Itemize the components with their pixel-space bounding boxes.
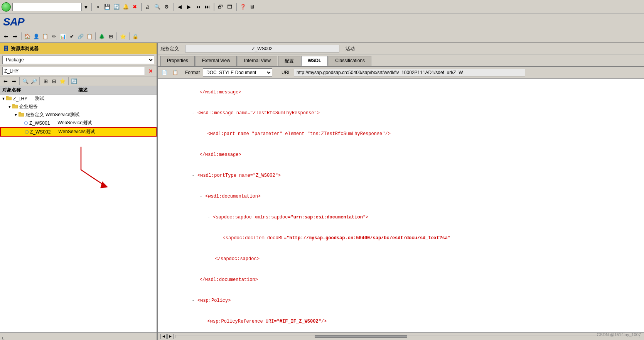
search-close-icon[interactable]: ✕: [147, 67, 154, 75]
scroll-right-btn[interactable]: ▶: [167, 334, 174, 339]
nav-tree-icon[interactable]: 🌲: [98, 32, 106, 40]
nav-table-icon[interactable]: 📊: [59, 32, 67, 40]
tree-search-icon[interactable]: 🔍: [22, 77, 29, 85]
nav-user-icon[interactable]: 👤: [32, 32, 40, 40]
horizontal-scrollbar[interactable]: [175, 335, 639, 338]
toolbar-cancel-icon[interactable]: ✖: [131, 3, 139, 11]
left-bottom-bar: ⌞: [0, 332, 157, 340]
nav-fav-icon[interactable]: ⭐: [119, 32, 127, 40]
tree-content: ▼ Z_LHY 测试 ▼ 企业服务 ▼ 服务定: [0, 95, 157, 332]
separator-1: [91, 3, 92, 11]
tree-label-zws002: Z_WS002: [30, 129, 51, 135]
xml-line-2: - <wsdl:message name="ZTestRfcSumLhyResp…: [170, 103, 639, 123]
tree-item-servicedef[interactable]: ▼ 服务定义 WebService测试: [0, 111, 157, 119]
tab-classifications[interactable]: Classifications: [329, 56, 371, 66]
url-value: http://mysap.goodsap.cn:50400/sap/bc/srt…: [294, 69, 525, 76]
top-toolbar: ▼ « 💾 🔄 🔔 ✖ 🖨 🔍 ⚙ ◀ ▶ ⏮ ⏭ 🗗 🗖 ❓ 🖥: [0, 0, 644, 14]
tree-desc-zws001: WebService测试: [57, 120, 91, 126]
tree-desc-zws002: WebServices测试: [58, 129, 94, 135]
xml-line-12: <wsp:PolicyReference URI="#IF_IF_Z_WS002…: [185, 311, 639, 332]
tree-item-zws002[interactable]: ▶ ⬡ Z_WS002 WebServices测试: [0, 127, 157, 137]
svg-rect-1: [6, 96, 8, 97]
xml-line-4: </wsdl:message>: [177, 144, 639, 165]
nav-sep-1: [21, 32, 22, 40]
toolbar-monitor-icon[interactable]: 🖥: [248, 3, 256, 11]
tab-wsdl[interactable]: WSDL: [301, 56, 328, 66]
toolbar-alert-icon[interactable]: 🔔: [122, 3, 130, 11]
toolbar-save-icon[interactable]: 💾: [103, 3, 111, 11]
toolbar-print-icon[interactable]: 🖨: [144, 3, 152, 11]
xml-line-5: - <wsdl:portType name="Z_WS002">: [170, 165, 639, 186]
tabs-bar: Properties External View Internal View 配…: [157, 54, 644, 67]
service-name-value: Z_WS002: [185, 45, 339, 52]
nav-check-icon[interactable]: ✔: [68, 32, 76, 40]
toolbar-settings-icon[interactable]: ⚙: [163, 3, 170, 11]
left-icon-bar: ⬅ ➡ 🔍 🔎 ⊞ ⊟ ⭐ 🔄: [0, 76, 157, 86]
scroll-controls: ◀ ▶: [160, 334, 174, 339]
nav-expand-icon[interactable]: ⊞: [107, 32, 115, 40]
tree-collapse-all-icon[interactable]: ⊟: [50, 77, 58, 85]
nav-forward-icon[interactable]: ➡: [11, 32, 19, 40]
nav-home-icon[interactable]: 🏠: [24, 32, 31, 40]
nav-lock-icon[interactable]: 🔒: [131, 32, 139, 40]
tab-external-view[interactable]: External View: [196, 56, 237, 66]
nav-copy-icon[interactable]: 📋: [41, 32, 49, 40]
panel-resize-handle[interactable]: [157, 43, 158, 340]
package-select[interactable]: Package: [2, 56, 154, 64]
tree-desc-servicedef: WebService测试: [46, 112, 79, 118]
tab-config[interactable]: 配置: [278, 56, 300, 66]
tree-fav-icon[interactable]: ⭐: [59, 77, 66, 85]
tree-refresh-icon[interactable]: 🔄: [70, 77, 78, 85]
nav-back-icon[interactable]: ⬅: [2, 32, 10, 40]
tree-find-icon[interactable]: 🔎: [30, 77, 38, 85]
scrollbar-thumb[interactable]: [315, 335, 407, 338]
format-bar: 📄 📋 Format DOC_STYLE Document URL http:/…: [157, 67, 644, 79]
toolbar-nav4-icon[interactable]: ⏭: [204, 3, 211, 11]
tree-nav-forward-icon[interactable]: ➡: [10, 77, 18, 85]
separator-4: [214, 3, 214, 11]
wsdl-icon-1[interactable]: 📄: [160, 69, 168, 76]
nav-list-icon[interactable]: 📋: [86, 32, 93, 40]
sap-logo: SAP: [3, 16, 24, 28]
tree-nav-back-icon[interactable]: ⬅: [2, 77, 9, 85]
tree-item-zws001[interactable]: ▶ ⬡ Z_WS001 WebService测试: [0, 119, 157, 127]
repository-browser-header: 🗄 资源库浏览器: [0, 43, 157, 54]
tree-expand-all-icon[interactable]: ⊞: [42, 77, 49, 85]
package-bar: Package: [0, 54, 157, 66]
file-icon-zws001: ⬡: [24, 120, 28, 126]
xml-line-10: </wsdl:documentation>: [177, 269, 639, 290]
nav-toolbar: ⬅ ➡ 🏠 👤 📋 ✏ 📊 ✔ 🔗 📋 🌲 ⊞ ⭐ 🔒: [0, 30, 644, 43]
tree-item-enterprise[interactable]: ▼ 企业服务: [0, 103, 157, 111]
toolbar-nav2-icon[interactable]: ▶: [185, 3, 193, 11]
nav-edit-icon[interactable]: ✏: [50, 32, 58, 40]
command-input[interactable]: [12, 3, 82, 11]
nav-connect-icon[interactable]: 🔗: [77, 32, 84, 40]
toolbar-help-icon[interactable]: ❓: [239, 3, 247, 11]
url-label: URL: [282, 70, 291, 75]
toolbar-nav3-icon[interactable]: ⏮: [194, 3, 202, 11]
tab-properties[interactable]: Properties: [160, 56, 195, 66]
toolbar-refresh-icon[interactable]: 🔄: [113, 3, 120, 11]
tree-sep-2: [39, 77, 40, 85]
wsdl-icon-2[interactable]: 📋: [171, 69, 179, 76]
separator-2: [141, 3, 142, 11]
search-input[interactable]: [2, 67, 145, 75]
folder-icon-zlhy: [6, 96, 12, 101]
right-panel: 服务定义 Z_WS002 活动 Properties External View…: [157, 43, 644, 340]
format-select[interactable]: DOC_STYLE Document: [203, 68, 272, 77]
tree-sep-3: [68, 77, 69, 85]
dropdown-arrow[interactable]: ▼: [83, 4, 89, 10]
tab-internal-view[interactable]: Internal View: [238, 56, 277, 66]
toolbar-find-icon[interactable]: 🔍: [153, 3, 161, 11]
toolbar-nav1-icon[interactable]: ◀: [176, 3, 184, 11]
nav-sep-4: [129, 32, 130, 40]
xml-content-area[interactable]: </wsdl:message> - <wsdl:message name="ZT…: [157, 79, 644, 332]
toolbar-back-icon[interactable]: «: [94, 3, 102, 11]
toolbar-window1-icon[interactable]: 🗗: [217, 3, 224, 11]
bottom-indicator: ⌞: [2, 332, 5, 340]
toolbar-window2-icon[interactable]: 🗖: [226, 3, 234, 11]
service-def-label: 服务定义: [160, 46, 179, 52]
separator-5: [236, 3, 237, 11]
tree-item-zlhy[interactable]: ▼ Z_LHY 测试: [0, 95, 157, 103]
scroll-left-btn[interactable]: ◀: [160, 334, 167, 339]
